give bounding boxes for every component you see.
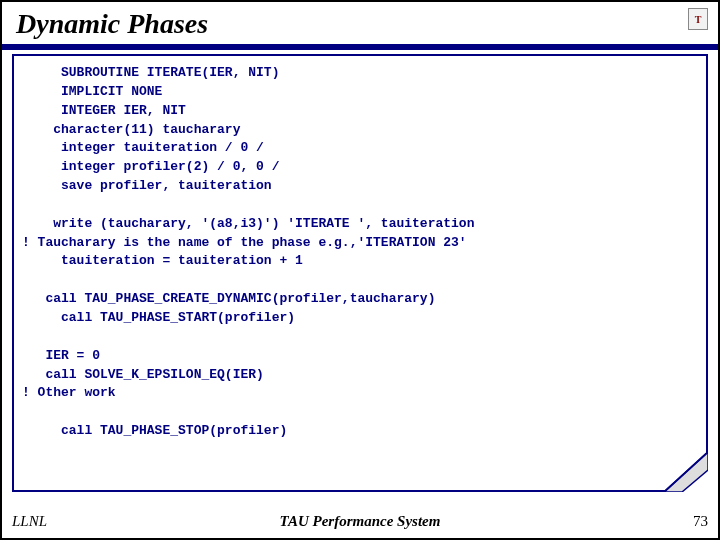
footer-center: TAU Performance System xyxy=(2,513,718,530)
title-rule xyxy=(2,44,718,50)
content-frame: SUBROUTINE ITERATE(IER, NIT) IMPLICIT NO… xyxy=(12,54,708,492)
code-block: SUBROUTINE ITERATE(IER, NIT) IMPLICIT NO… xyxy=(14,56,706,449)
page-fold-icon xyxy=(664,452,708,492)
tau-logo-icon: T xyxy=(688,8,708,30)
page-number: 73 xyxy=(693,513,708,530)
slide-title: Dynamic Phases xyxy=(2,2,718,44)
slide: T Dynamic Phases SUBROUTINE ITERATE(IER,… xyxy=(0,0,720,540)
